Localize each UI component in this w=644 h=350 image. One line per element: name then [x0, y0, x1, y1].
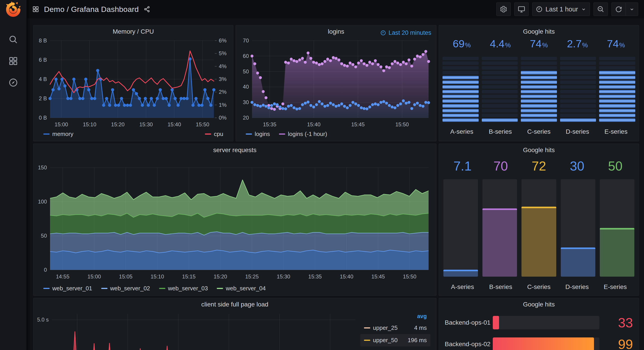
grafana-logo[interactable] [0, 0, 26, 18]
led-cell [482, 100, 518, 103]
share-icon[interactable] [144, 6, 150, 12]
led-cell [599, 109, 635, 112]
gauge-value: 33 [599, 315, 633, 330]
legend-series-label: web_server_04 [226, 285, 266, 292]
zoom-out-icon [597, 6, 604, 13]
page-title[interactable]: Demo / Grafana Dashboard [44, 5, 139, 14]
legend-series-label: upper_25 [373, 324, 412, 332]
led-cell [442, 90, 478, 93]
led-cell [442, 85, 478, 88]
led-cell [442, 80, 478, 84]
led-cell [599, 100, 635, 103]
panel-title[interactable]: client side full page load [47, 301, 423, 308]
legend-series-color [43, 134, 50, 134]
gauge-category-label: D-series [558, 128, 597, 135]
time-range-picker[interactable]: Last 1 hour [532, 2, 590, 16]
legend-avg-value: 196 ms [408, 337, 427, 344]
gauge-track [493, 316, 599, 329]
led-cell [599, 57, 635, 60]
panel-title[interactable]: server requests [47, 146, 423, 154]
led-column [521, 57, 557, 122]
led-cell [599, 114, 635, 117]
led-cell [521, 76, 557, 79]
refresh-button[interactable] [612, 2, 626, 16]
monitor-icon [518, 6, 525, 13]
chevron-down-icon [629, 6, 635, 12]
led-cell [599, 118, 635, 122]
refresh-interval-dropdown[interactable] [626, 2, 638, 16]
led-cell [560, 100, 596, 103]
legend-item[interactable]: web_server_02 [101, 285, 150, 292]
sidebar-item-explore[interactable] [6, 76, 20, 89]
dashboard-grid-icon [32, 6, 39, 12]
legend-item[interactable]: memory [43, 130, 74, 138]
gauge-bar-cap [561, 248, 595, 249]
legend-item[interactable]: web_server_04 [217, 285, 266, 292]
client-page-load-chart: 5.0 s [38, 312, 358, 350]
legend-item[interactable]: logins [246, 130, 270, 138]
legend-series-color [205, 134, 211, 134]
legend-item[interactable]: web_server_03 [159, 285, 208, 292]
legend-item[interactable]: logins (-1 hour) [279, 130, 327, 138]
panel-title[interactable]: Google hits [452, 301, 626, 308]
sidebar-item-search[interactable] [6, 33, 20, 46]
led-cell [560, 90, 596, 93]
svg-text:0 B: 0 B [39, 115, 47, 121]
time-override-badge[interactable]: Last 20 minutes [380, 30, 431, 36]
led-cell [599, 80, 635, 84]
led-cell [521, 71, 557, 74]
led-cell [560, 57, 596, 60]
panel-title[interactable]: Memory / CPU [47, 28, 220, 35]
legend-item[interactable]: upper_254 ms [360, 322, 430, 334]
legend-series-label: memory [52, 130, 74, 138]
gauge-bar [522, 207, 556, 277]
svg-text:50: 50 [243, 68, 249, 74]
legend-series-label: cpu [214, 130, 223, 138]
svg-text:15:45: 15:45 [351, 122, 365, 128]
led-column [442, 57, 478, 122]
led-cell [560, 80, 596, 84]
gauge-bar-cap [522, 207, 556, 208]
legend-series-color [364, 327, 370, 328]
led-cell [442, 104, 478, 108]
legend-avg-column-header[interactable]: avg [360, 312, 430, 322]
led-cell [482, 118, 518, 122]
sidebar [0, 0, 26, 350]
led-gauge-values: 69%4.4%74%2.7%74% [442, 38, 635, 54]
dashboard-settings-button[interactable] [496, 2, 511, 16]
memory-cpu-legend: memorycpu [43, 130, 223, 138]
legend-series-color [246, 134, 252, 134]
led-cell [560, 104, 596, 108]
clock-icon [380, 30, 386, 36]
zoom-out-button[interactable] [594, 2, 608, 16]
legend-item[interactable]: web_server_01 [43, 285, 92, 292]
gauge-category-label: Backend-ops-01 [445, 319, 493, 326]
sidebar-item-dashboards[interactable] [6, 55, 20, 67]
led-cell [521, 104, 557, 108]
gauge-bar [482, 208, 517, 277]
gauge-category-label: C-series [520, 283, 558, 290]
gauge-bar [600, 228, 634, 277]
svg-text:6 B: 6 B [39, 57, 47, 63]
gauge-value: 70 [482, 156, 520, 176]
refresh-icon [615, 6, 622, 13]
led-cell [599, 66, 635, 70]
panel-title[interactable]: Google hits [452, 28, 626, 35]
svg-text:15:35: 15:35 [263, 122, 276, 128]
legend-item[interactable]: cpu [205, 130, 223, 138]
legend-item[interactable]: upper_50196 ms [360, 334, 430, 346]
legend-series-color [101, 288, 108, 289]
panel-title[interactable]: Google hits [452, 146, 626, 154]
led-cell [521, 90, 557, 93]
legend-series-label: web_server_01 [52, 285, 92, 292]
svg-text:15:10: 15:10 [83, 122, 96, 128]
svg-text:8 B: 8 B [39, 38, 47, 44]
svg-text:2 B: 2 B [39, 95, 47, 102]
gauge-value: 7.1 [444, 156, 482, 176]
gauge-value: 72 [520, 156, 558, 176]
legend-series-label: logins [255, 130, 270, 138]
svg-text:100: 100 [38, 198, 47, 204]
tv-kiosk-button[interactable] [514, 2, 529, 16]
gauge-track [522, 179, 556, 277]
gauge-bar [561, 248, 595, 277]
